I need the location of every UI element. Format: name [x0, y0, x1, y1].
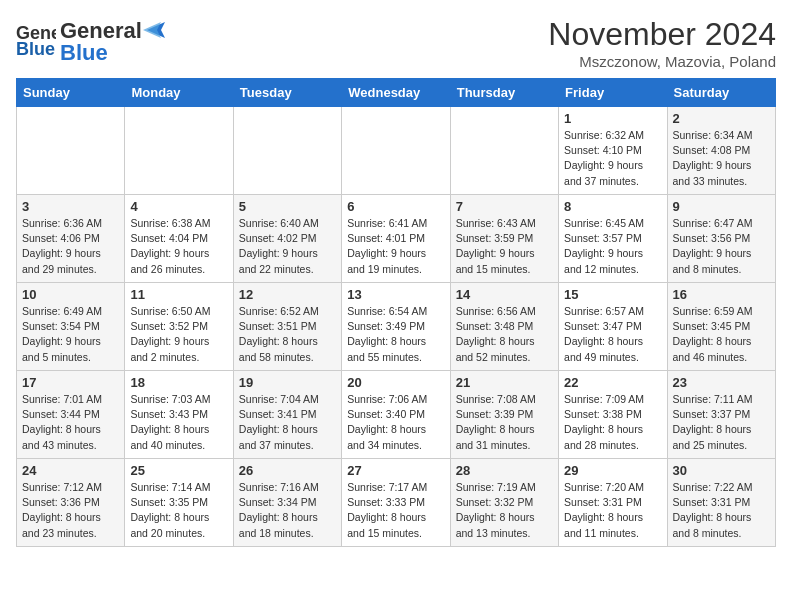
day-info: Sunrise: 6:56 AMSunset: 3:48 PMDaylight:… [456, 304, 553, 365]
day-number: 7 [456, 199, 553, 214]
calendar-cell: 30Sunrise: 7:22 AMSunset: 3:31 PMDayligh… [667, 459, 775, 547]
day-number: 10 [22, 287, 119, 302]
day-number: 8 [564, 199, 661, 214]
calendar-week-4: 17Sunrise: 7:01 AMSunset: 3:44 PMDayligh… [17, 371, 776, 459]
day-number: 6 [347, 199, 444, 214]
day-info: Sunrise: 6:34 AMSunset: 4:08 PMDaylight:… [673, 128, 770, 189]
day-info: Sunrise: 6:43 AMSunset: 3:59 PMDaylight:… [456, 216, 553, 277]
day-info: Sunrise: 6:36 AMSunset: 4:06 PMDaylight:… [22, 216, 119, 277]
day-info: Sunrise: 6:57 AMSunset: 3:47 PMDaylight:… [564, 304, 661, 365]
day-info: Sunrise: 7:16 AMSunset: 3:34 PMDaylight:… [239, 480, 336, 541]
day-number: 22 [564, 375, 661, 390]
day-info: Sunrise: 6:38 AMSunset: 4:04 PMDaylight:… [130, 216, 227, 277]
header-thursday: Thursday [450, 79, 558, 107]
day-number: 15 [564, 287, 661, 302]
day-info: Sunrise: 6:59 AMSunset: 3:45 PMDaylight:… [673, 304, 770, 365]
calendar-cell: 26Sunrise: 7:16 AMSunset: 3:34 PMDayligh… [233, 459, 341, 547]
calendar-week-2: 3Sunrise: 6:36 AMSunset: 4:06 PMDaylight… [17, 195, 776, 283]
header-saturday: Saturday [667, 79, 775, 107]
calendar-cell [342, 107, 450, 195]
calendar-cell: 3Sunrise: 6:36 AMSunset: 4:06 PMDaylight… [17, 195, 125, 283]
day-info: Sunrise: 6:49 AMSunset: 3:54 PMDaylight:… [22, 304, 119, 365]
day-number: 12 [239, 287, 336, 302]
title-area: November 2024 Mszczonow, Mazovia, Poland [548, 16, 776, 70]
day-info: Sunrise: 7:20 AMSunset: 3:31 PMDaylight:… [564, 480, 661, 541]
day-number: 2 [673, 111, 770, 126]
calendar-cell [125, 107, 233, 195]
calendar-cell: 22Sunrise: 7:09 AMSunset: 3:38 PMDayligh… [559, 371, 667, 459]
day-info: Sunrise: 7:11 AMSunset: 3:37 PMDaylight:… [673, 392, 770, 453]
day-number: 9 [673, 199, 770, 214]
day-number: 27 [347, 463, 444, 478]
calendar-header-row: SundayMondayTuesdayWednesdayThursdayFrid… [17, 79, 776, 107]
day-number: 17 [22, 375, 119, 390]
day-number: 20 [347, 375, 444, 390]
header: General Blue General Blue November 2024 … [16, 16, 776, 70]
calendar-cell: 25Sunrise: 7:14 AMSunset: 3:35 PMDayligh… [125, 459, 233, 547]
day-info: Sunrise: 6:32 AMSunset: 4:10 PMDaylight:… [564, 128, 661, 189]
calendar-week-1: 1Sunrise: 6:32 AMSunset: 4:10 PMDaylight… [17, 107, 776, 195]
header-sunday: Sunday [17, 79, 125, 107]
calendar-cell: 5Sunrise: 6:40 AMSunset: 4:02 PMDaylight… [233, 195, 341, 283]
day-info: Sunrise: 6:41 AMSunset: 4:01 PMDaylight:… [347, 216, 444, 277]
day-number: 30 [673, 463, 770, 478]
day-info: Sunrise: 6:40 AMSunset: 4:02 PMDaylight:… [239, 216, 336, 277]
day-number: 14 [456, 287, 553, 302]
day-info: Sunrise: 7:12 AMSunset: 3:36 PMDaylight:… [22, 480, 119, 541]
day-number: 1 [564, 111, 661, 126]
calendar-table: SundayMondayTuesdayWednesdayThursdayFrid… [16, 78, 776, 547]
calendar-week-5: 24Sunrise: 7:12 AMSunset: 3:36 PMDayligh… [17, 459, 776, 547]
calendar-cell: 18Sunrise: 7:03 AMSunset: 3:43 PMDayligh… [125, 371, 233, 459]
calendar-cell [17, 107, 125, 195]
header-tuesday: Tuesday [233, 79, 341, 107]
day-info: Sunrise: 7:04 AMSunset: 3:41 PMDaylight:… [239, 392, 336, 453]
calendar-cell: 23Sunrise: 7:11 AMSunset: 3:37 PMDayligh… [667, 371, 775, 459]
calendar-cell: 29Sunrise: 7:20 AMSunset: 3:31 PMDayligh… [559, 459, 667, 547]
logo-bird-icon [143, 20, 165, 38]
calendar-cell: 2Sunrise: 6:34 AMSunset: 4:08 PMDaylight… [667, 107, 775, 195]
day-info: Sunrise: 6:50 AMSunset: 3:52 PMDaylight:… [130, 304, 227, 365]
calendar-cell: 1Sunrise: 6:32 AMSunset: 4:10 PMDaylight… [559, 107, 667, 195]
calendar-cell: 15Sunrise: 6:57 AMSunset: 3:47 PMDayligh… [559, 283, 667, 371]
day-number: 13 [347, 287, 444, 302]
day-info: Sunrise: 6:45 AMSunset: 3:57 PMDaylight:… [564, 216, 661, 277]
day-number: 4 [130, 199, 227, 214]
calendar-cell: 12Sunrise: 6:52 AMSunset: 3:51 PMDayligh… [233, 283, 341, 371]
logo-icon: General Blue [16, 19, 56, 59]
calendar-cell [233, 107, 341, 195]
day-info: Sunrise: 6:47 AMSunset: 3:56 PMDaylight:… [673, 216, 770, 277]
calendar-cell: 16Sunrise: 6:59 AMSunset: 3:45 PMDayligh… [667, 283, 775, 371]
calendar-cell: 21Sunrise: 7:08 AMSunset: 3:39 PMDayligh… [450, 371, 558, 459]
calendar-cell: 28Sunrise: 7:19 AMSunset: 3:32 PMDayligh… [450, 459, 558, 547]
day-number: 18 [130, 375, 227, 390]
month-title: November 2024 [548, 16, 776, 53]
svg-text:Blue: Blue [16, 39, 55, 59]
day-info: Sunrise: 7:06 AMSunset: 3:40 PMDaylight:… [347, 392, 444, 453]
day-number: 23 [673, 375, 770, 390]
day-info: Sunrise: 7:01 AMSunset: 3:44 PMDaylight:… [22, 392, 119, 453]
calendar-cell: 6Sunrise: 6:41 AMSunset: 4:01 PMDaylight… [342, 195, 450, 283]
calendar-cell: 13Sunrise: 6:54 AMSunset: 3:49 PMDayligh… [342, 283, 450, 371]
day-number: 5 [239, 199, 336, 214]
calendar-cell: 9Sunrise: 6:47 AMSunset: 3:56 PMDaylight… [667, 195, 775, 283]
day-number: 16 [673, 287, 770, 302]
day-info: Sunrise: 6:52 AMSunset: 3:51 PMDaylight:… [239, 304, 336, 365]
day-info: Sunrise: 7:19 AMSunset: 3:32 PMDaylight:… [456, 480, 553, 541]
calendar-cell: 11Sunrise: 6:50 AMSunset: 3:52 PMDayligh… [125, 283, 233, 371]
calendar-cell: 27Sunrise: 7:17 AMSunset: 3:33 PMDayligh… [342, 459, 450, 547]
day-number: 29 [564, 463, 661, 478]
logo: General Blue General Blue [16, 16, 165, 66]
calendar-cell: 14Sunrise: 6:56 AMSunset: 3:48 PMDayligh… [450, 283, 558, 371]
day-number: 28 [456, 463, 553, 478]
calendar-cell: 7Sunrise: 6:43 AMSunset: 3:59 PMDaylight… [450, 195, 558, 283]
day-number: 24 [22, 463, 119, 478]
day-number: 11 [130, 287, 227, 302]
header-friday: Friday [559, 79, 667, 107]
day-info: Sunrise: 7:14 AMSunset: 3:35 PMDaylight:… [130, 480, 227, 541]
calendar-cell: 20Sunrise: 7:06 AMSunset: 3:40 PMDayligh… [342, 371, 450, 459]
calendar-week-3: 10Sunrise: 6:49 AMSunset: 3:54 PMDayligh… [17, 283, 776, 371]
day-number: 26 [239, 463, 336, 478]
day-info: Sunrise: 7:03 AMSunset: 3:43 PMDaylight:… [130, 392, 227, 453]
calendar-cell: 4Sunrise: 6:38 AMSunset: 4:04 PMDaylight… [125, 195, 233, 283]
calendar-cell: 19Sunrise: 7:04 AMSunset: 3:41 PMDayligh… [233, 371, 341, 459]
